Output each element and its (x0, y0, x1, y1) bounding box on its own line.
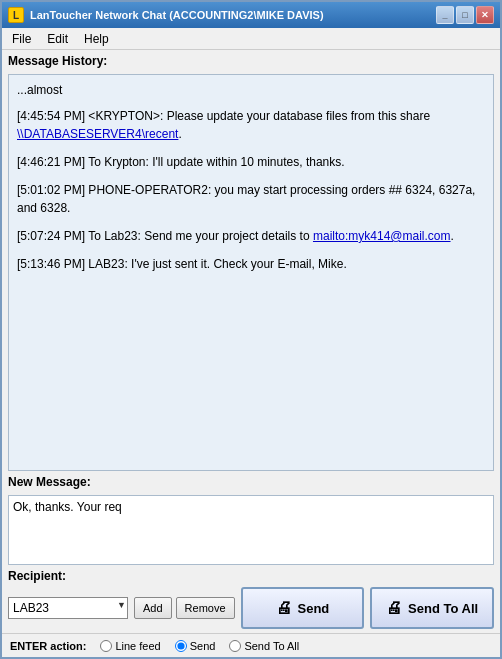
send-icon: 🖨 (276, 599, 292, 617)
controls-row: LAB23 KRYPTON PHONE-OPERATOR2 All Add Re… (8, 587, 494, 629)
send-to-all-button-label: Send To All (408, 601, 478, 616)
remove-button[interactable]: Remove (176, 597, 235, 619)
recipient-dropdown[interactable]: LAB23 KRYPTON PHONE-OPERATOR2 All (8, 597, 128, 619)
send-button-label: Send (298, 601, 330, 616)
close-button[interactable]: ✕ (476, 6, 494, 24)
msg-link-email[interactable]: mailto:myk414@mail.com (313, 229, 451, 243)
send-all-icon: 🖨 (386, 599, 402, 617)
send-button[interactable]: 🖨 Send (241, 587, 365, 629)
msg-text: [5:01:02 PM] PHONE-OPERATOR2: you may st… (17, 183, 475, 215)
radio-send-to-all-label: Send To All (244, 640, 299, 652)
window-controls: _ □ ✕ (436, 6, 494, 24)
message-history-container: ...almost [4:45:54 PM] <KRYPTON>: Please… (8, 74, 494, 471)
radio-send[interactable] (175, 640, 187, 652)
recipient-dropdown-wrapper: LAB23 KRYPTON PHONE-OPERATOR2 All (8, 597, 128, 619)
window-title: LanToucher Network Chat (ACCOUNTING2\MIK… (30, 9, 324, 21)
send-to-all-button[interactable]: 🖨 Send To All (370, 587, 494, 629)
maximize-button[interactable]: □ (456, 6, 474, 24)
status-bar: ENTER action: Line feed Send Send To All (2, 633, 500, 657)
list-item: [4:46:21 PM] To Krypton: I'll update wit… (17, 153, 485, 171)
msg-text: [5:13:46 PM] LAB23: I've just sent it. C… (17, 257, 347, 271)
app-window: L LanToucher Network Chat (ACCOUNTING2\M… (0, 0, 502, 659)
minimize-button[interactable]: _ (436, 6, 454, 24)
new-message-label: New Message: (8, 475, 494, 489)
radio-send-label: Send (190, 640, 216, 652)
msg-timestamp: [4:45:54 PM] <KRYPTON>: Please update yo… (17, 109, 430, 123)
msg-link[interactable]: \\DATABASESERVER4\recent (17, 127, 178, 141)
add-button[interactable]: Add (134, 597, 172, 619)
add-remove-row: Add Remove (134, 597, 235, 619)
menu-bar: File Edit Help (2, 28, 500, 50)
radio-option-send[interactable]: Send (175, 640, 216, 652)
menu-file[interactable]: File (6, 30, 37, 48)
title-bar: L LanToucher Network Chat (ACCOUNTING2\M… (2, 2, 500, 28)
main-content: Message History: ...almost [4:45:54 PM] … (2, 50, 500, 633)
recipient-label: Recipient: (8, 569, 66, 583)
radio-linefeed-label: Line feed (115, 640, 160, 652)
recipient-row: Recipient: (8, 569, 494, 583)
new-message-input[interactable]: Ok, thanks. Your req (8, 495, 494, 565)
menu-help[interactable]: Help (78, 30, 115, 48)
list-item: [5:13:46 PM] LAB23: I've just sent it. C… (17, 255, 485, 273)
radio-linefeed[interactable] (100, 640, 112, 652)
title-bar-left: L LanToucher Network Chat (ACCOUNTING2\M… (8, 7, 324, 23)
radio-send-to-all[interactable] (229, 640, 241, 652)
menu-edit[interactable]: Edit (41, 30, 74, 48)
msg-timestamp: [5:07:24 PM] To Lab23: Send me your proj… (17, 229, 313, 243)
msg-after-link: . (178, 127, 181, 141)
list-item: [5:07:24 PM] To Lab23: Send me your proj… (17, 227, 485, 245)
msg-ellipsis: ...almost (17, 81, 485, 99)
enter-action-label: ENTER action: (10, 640, 86, 652)
radio-option-linefeed[interactable]: Line feed (100, 640, 160, 652)
radio-option-send-to-all[interactable]: Send To All (229, 640, 299, 652)
msg-text: [4:46:21 PM] To Krypton: I'll update wit… (17, 155, 345, 169)
list-item: [4:45:54 PM] <KRYPTON>: Please update yo… (17, 107, 485, 143)
list-item: [5:01:02 PM] PHONE-OPERATOR2: you may st… (17, 181, 485, 217)
message-history-label: Message History: (8, 54, 494, 68)
app-icon: L (8, 7, 24, 23)
message-history-scroll[interactable]: ...almost [4:45:54 PM] <KRYPTON>: Please… (9, 75, 493, 470)
msg-after-link: . (451, 229, 454, 243)
